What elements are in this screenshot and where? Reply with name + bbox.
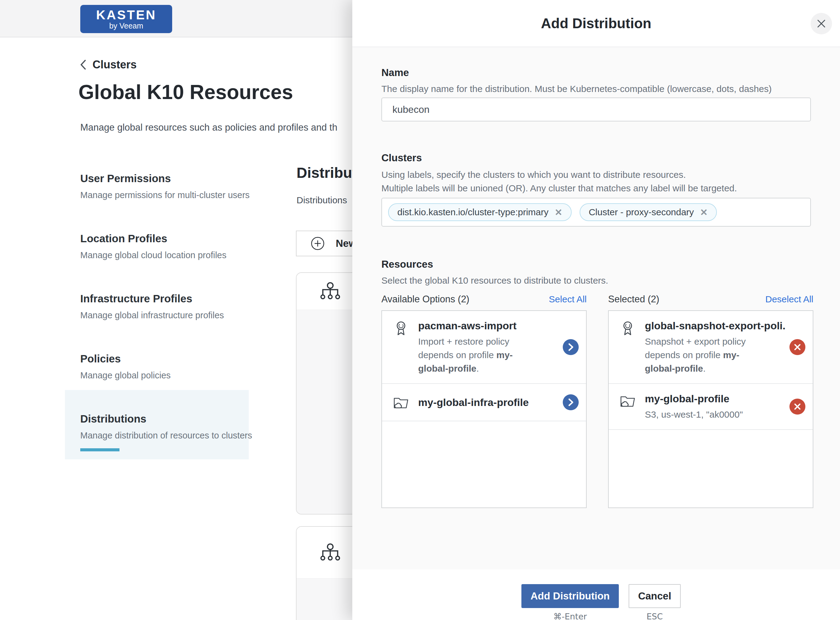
available-options-list: pacman-aws-import Import + restore polic… bbox=[381, 310, 586, 508]
section-intro: Distributions bbox=[297, 195, 347, 205]
available-options-header: Available Options (2) bbox=[381, 294, 470, 305]
nav-item-description: Manage distribution of resources to clus… bbox=[80, 430, 252, 441]
plus-circle-icon bbox=[310, 236, 325, 250]
back-chevron-icon bbox=[80, 59, 86, 70]
nav-item-label: User Permissions bbox=[80, 172, 252, 185]
sidebar-item-distributions[interactable]: Distributions Manage distribution of res… bbox=[80, 413, 252, 441]
nav-item-description: Manage global policies bbox=[80, 370, 252, 381]
clusters-section-description: Using labels, specify the clusters to wh… bbox=[381, 168, 737, 195]
remove-resource-button[interactable] bbox=[789, 399, 806, 415]
deselect-all-link[interactable]: Deselect All bbox=[765, 294, 813, 304]
sidebar-item-infrastructure-profiles[interactable]: Infrastructure Profiles Manage global in… bbox=[80, 292, 252, 321]
logo-subtitle: by Veeam bbox=[109, 22, 143, 30]
sidebar-item-policies[interactable]: Policies Manage global policies bbox=[80, 353, 252, 381]
clusters-section-label: Clusters bbox=[381, 152, 422, 164]
select-all-link[interactable]: Select All bbox=[549, 294, 586, 304]
drawer-footer: Add Distribution Cancel ⌘-Enter ESC bbox=[352, 569, 840, 620]
breadcrumb-label: Clusters bbox=[93, 58, 136, 71]
clusters-description-line2: Multiple labels will be unioned (OR). An… bbox=[381, 182, 737, 195]
name-input[interactable] bbox=[381, 98, 811, 122]
kasten-logo[interactable]: KASTEN by Veeam bbox=[80, 5, 172, 33]
drawer-title: Add Distribution bbox=[541, 15, 651, 32]
resource-name: my-global-infra-profile bbox=[418, 396, 559, 409]
cluster-label-chip: Cluster - proxy-secondary ✕ bbox=[580, 203, 717, 221]
chip-text: dist.kio.kasten.io/cluster-type:primary bbox=[398, 207, 549, 217]
selected-header: Selected (2) bbox=[608, 294, 659, 305]
nav-item-description: Manage global infrastructure profiles bbox=[80, 310, 252, 321]
policy-badge-icon bbox=[393, 321, 409, 337]
resource-name: my-global-profile bbox=[645, 392, 786, 405]
clusters-description-line1: Using labels, specify the clusters to wh… bbox=[381, 168, 737, 182]
profile-folder-icon bbox=[393, 395, 409, 409]
selected-resources-list: global-snapshot-export-poli... Snapshot … bbox=[608, 310, 813, 508]
page-subtitle: Manage global resources such as policies… bbox=[80, 122, 337, 133]
resource-description: Import + restore policy depends on profi… bbox=[418, 335, 541, 375]
submit-shortcut-hint: ⌘-Enter bbox=[521, 612, 619, 620]
profile-folder-icon bbox=[620, 394, 636, 408]
nav-selected-underline bbox=[80, 448, 120, 451]
list-item: my-global-profile S3, us-west-1, "ak0000… bbox=[609, 384, 813, 430]
resource-description: S3, us-west-1, "ak0000" bbox=[645, 408, 767, 421]
add-distribution-button[interactable]: Add Distribution bbox=[521, 584, 619, 608]
add-resource-button[interactable] bbox=[563, 394, 579, 410]
remove-circle-icon bbox=[794, 403, 801, 411]
cancel-shortcut-hint: ESC bbox=[628, 612, 681, 620]
remove-circle-icon bbox=[794, 343, 801, 351]
nav-item-label: Location Profiles bbox=[80, 232, 252, 245]
close-button[interactable] bbox=[811, 13, 832, 35]
remove-resource-button[interactable] bbox=[789, 339, 806, 355]
chevron-right-icon bbox=[567, 343, 574, 351]
nav-item-label: Policies bbox=[80, 353, 252, 365]
resources-section-description: Select the global K10 resources to distr… bbox=[381, 274, 608, 287]
chip-text: Cluster - proxy-secondary bbox=[589, 207, 694, 217]
remove-x-icon[interactable]: ✕ bbox=[700, 207, 708, 218]
breadcrumb[interactable]: Clusters bbox=[80, 58, 136, 71]
nav-item-label: Infrastructure Profiles bbox=[80, 292, 252, 305]
distribution-sitemap-icon bbox=[319, 543, 342, 562]
nav-item-label: Distributions bbox=[80, 413, 252, 425]
list-item: pacman-aws-import Import + restore polic… bbox=[382, 311, 586, 384]
distribution-sitemap-icon bbox=[319, 282, 342, 301]
cancel-button[interactable]: Cancel bbox=[628, 584, 681, 608]
resources-section-label: Resources bbox=[381, 259, 433, 270]
remove-x-icon[interactable]: ✕ bbox=[555, 207, 562, 218]
nav-item-description: Manage permissions for multi-cluster use… bbox=[80, 190, 252, 200]
cluster-label-chip: dist.kio.kasten.io/cluster-type:primary … bbox=[388, 203, 572, 221]
name-section-label: Name bbox=[381, 67, 409, 78]
name-section-description: The display name for the distribution. M… bbox=[381, 82, 772, 96]
drawer-header: Add Distribution bbox=[352, 0, 840, 47]
page-title: Global K10 Resources bbox=[78, 80, 293, 104]
resource-name: pacman-aws-import bbox=[418, 319, 559, 333]
list-item: my-global-infra-profile bbox=[382, 384, 586, 421]
policy-badge-icon bbox=[620, 321, 636, 337]
cluster-labels-input[interactable]: dist.kio.kasten.io/cluster-type:primary … bbox=[381, 198, 811, 227]
logo-title: KASTEN bbox=[96, 8, 156, 22]
add-resource-button[interactable] bbox=[563, 339, 579, 355]
sidebar-item-user-permissions[interactable]: User Permissions Manage permissions for … bbox=[80, 172, 252, 200]
resource-name: global-snapshot-export-poli... bbox=[645, 319, 786, 333]
chevron-right-icon bbox=[567, 398, 574, 406]
add-distribution-drawer: Add Distribution Name The display name f… bbox=[352, 0, 840, 620]
nav-item-description: Manage global cloud location profiles bbox=[80, 250, 252, 260]
close-icon bbox=[816, 19, 826, 29]
sidebar-item-location-profiles[interactable]: Location Profiles Manage global cloud lo… bbox=[80, 232, 252, 260]
list-item: global-snapshot-export-poli... Snapshot … bbox=[609, 311, 813, 384]
resource-description: Snapshot + export policy depends on prof… bbox=[645, 335, 767, 375]
